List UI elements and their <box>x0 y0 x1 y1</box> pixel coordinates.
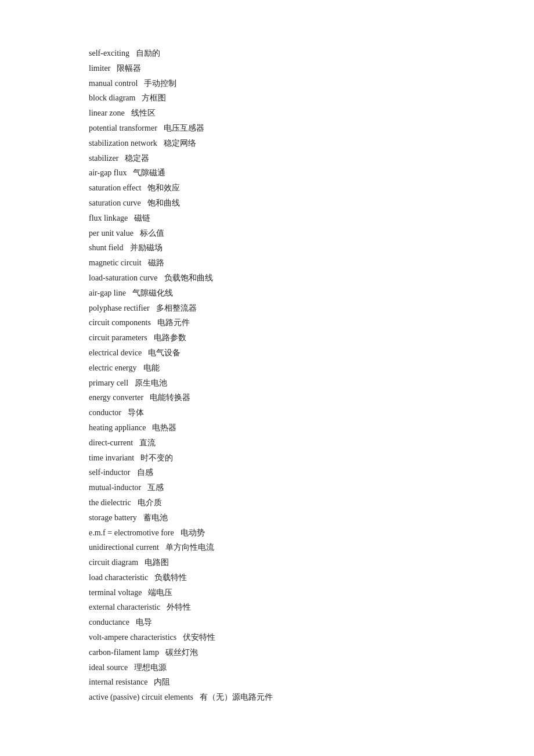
term-chinese: 气隙磁化线 <box>128 289 173 297</box>
term-chinese: 导体 <box>124 408 144 417</box>
list-item: manual control 手动控制 <box>89 77 445 91</box>
term-chinese: 有（无）源电路元件 <box>196 693 273 701</box>
list-item: mutual-inductor 互感 <box>89 481 445 495</box>
term-english: heating appliance <box>89 423 146 432</box>
term-english: polyphase rectifier <box>89 304 150 312</box>
list-item: load characteristic 负载特性 <box>89 571 445 585</box>
list-item: magnetic circuit 磁路 <box>89 256 445 270</box>
list-item: volt-ampere characteristics 伏安特性 <box>89 631 445 645</box>
list-item: e.m.f = electromotive fore 电动势 <box>89 526 445 540</box>
term-english: circuit diagram <box>89 558 138 567</box>
term-english: mutual-inductor <box>89 483 141 492</box>
term-chinese: 外特性 <box>163 603 191 611</box>
term-chinese: 负载饱和曲线 <box>160 273 213 282</box>
term-chinese: 多相整流器 <box>152 304 197 312</box>
term-chinese: 伏安特性 <box>179 633 215 642</box>
list-item: direct-current 直流 <box>89 436 445 450</box>
term-english: manual control <box>89 79 138 88</box>
term-english: load characteristic <box>89 573 148 582</box>
list-item: stabilizer 稳定器 <box>89 152 445 165</box>
list-item: self-inductor 自感 <box>89 466 445 480</box>
term-english: block diagram <box>89 93 135 102</box>
term-chinese: 方框图 <box>138 93 166 102</box>
term-chinese: 单方向性电流 <box>161 543 214 552</box>
term-english: energy converter <box>89 393 143 402</box>
list-item: active (passive) circuit elements 有（无）源电… <box>89 690 445 704</box>
term-english: shunt field <box>89 243 124 252</box>
list-item: primary cell 原生电池 <box>89 376 445 390</box>
term-english: electric energy <box>89 363 137 372</box>
term-english: conductor <box>89 408 121 417</box>
list-item: load-saturation curve 负载饱和曲线 <box>89 271 445 285</box>
term-english: stabilization network <box>89 139 157 147</box>
term-english: circuit components <box>89 318 151 327</box>
term-chinese: 电导 <box>132 618 152 627</box>
term-chinese: 电压互感器 <box>160 124 204 132</box>
list-item: electrical device 电气设备 <box>89 346 445 360</box>
term-chinese: 电路参数 <box>150 333 186 342</box>
term-english: potential transformer <box>89 124 157 132</box>
term-chinese: 饱和曲线 <box>143 199 180 207</box>
term-chinese: 饱和效应 <box>143 183 180 192</box>
list-item: heating appliance 电热器 <box>89 421 445 435</box>
term-english: the dielectric <box>89 498 131 507</box>
term-chinese: 线性区 <box>127 109 156 117</box>
list-item: saturation effect 饱和效应 <box>89 181 445 195</box>
list-item: saturation curve 饱和曲线 <box>89 196 445 210</box>
list-item: air-gap line 气隙磁化线 <box>89 286 445 300</box>
term-chinese: 电介质 <box>134 498 162 507</box>
term-chinese: 蓄电池 <box>139 513 168 522</box>
list-item: internal resistance 内阻 <box>89 675 445 689</box>
list-item: terminal voltage 端电压 <box>89 586 445 600</box>
list-item: air-gap flux 气隙磁通 <box>89 166 445 180</box>
term-english: carbon-filament lamp <box>89 648 159 657</box>
term-chinese: 电热器 <box>148 423 176 432</box>
term-chinese: 限幅器 <box>113 64 141 73</box>
list-item: circuit parameters 电路参数 <box>89 331 445 345</box>
list-item: carbon-filament lamp 碳丝灯泡 <box>89 646 445 660</box>
term-english: saturation effect <box>89 183 141 192</box>
term-english: air-gap flux <box>89 168 127 177</box>
list-item: stabilization network 稳定网络 <box>89 136 445 150</box>
list-item: time invariant 时不变的 <box>89 451 445 465</box>
term-chinese: 气隙磁通 <box>129 168 165 177</box>
list-item: unidirectional current 单方向性电流 <box>89 541 445 555</box>
term-english: self-exciting <box>89 49 129 57</box>
term-english: direct-current <box>89 438 133 447</box>
list-item: external characteristic 外特性 <box>89 600 445 614</box>
term-chinese: 负载特性 <box>150 573 187 582</box>
term-chinese: 内阻 <box>150 678 170 686</box>
term-chinese: 自感 <box>133 468 153 477</box>
term-english: per unit value <box>89 229 134 237</box>
term-english: ideal source <box>89 663 128 672</box>
term-chinese: 直流 <box>135 438 156 447</box>
term-english: unidirectional current <box>89 543 159 552</box>
term-chinese: 电路元件 <box>153 318 190 327</box>
term-chinese: 自励的 <box>132 49 160 57</box>
list-item: limiter 限幅器 <box>89 62 445 75</box>
term-english: time invariant <box>89 453 134 462</box>
term-chinese: 电能 <box>139 363 160 372</box>
term-english: active (passive) circuit elements <box>89 693 193 701</box>
term-list: self-exciting 自励的limiter 限幅器manual contr… <box>89 46 445 704</box>
term-english: external characteristic <box>89 603 160 611</box>
list-item: storage battery 蓄电池 <box>89 511 445 525</box>
term-english: linear zone <box>89 109 125 117</box>
list-item: circuit components 电路元件 <box>89 316 445 330</box>
list-item: electric energy 电能 <box>89 361 445 375</box>
term-chinese: 标么值 <box>136 229 164 237</box>
term-english: primary cell <box>89 379 128 387</box>
term-chinese: 理想电源 <box>130 663 167 672</box>
term-chinese: 磁路 <box>144 258 164 267</box>
term-chinese: 互感 <box>143 483 164 492</box>
term-chinese: 电路图 <box>140 558 169 567</box>
term-english: load-saturation curve <box>89 273 158 282</box>
list-item: self-exciting 自励的 <box>89 46 445 60</box>
list-item: circuit diagram 电路图 <box>89 556 445 570</box>
term-english: terminal voltage <box>89 588 142 597</box>
list-item: conductor 导体 <box>89 406 445 420</box>
list-item: block diagram 方框图 <box>89 91 445 105</box>
term-chinese: 原生电池 <box>131 379 167 387</box>
list-item: linear zone 线性区 <box>89 106 445 120</box>
term-chinese: 稳定网络 <box>160 139 196 147</box>
